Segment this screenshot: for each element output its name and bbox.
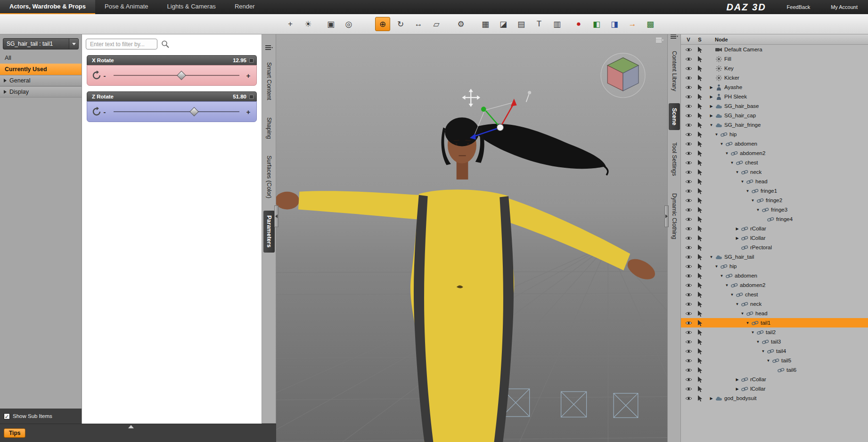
slider-options-icon[interactable] (249, 95, 254, 99)
selection-pointer-icon[interactable] (695, 263, 704, 270)
expander-icon[interactable]: ▼ (750, 330, 756, 335)
expander-icon[interactable]: ▼ (734, 302, 740, 306)
viewport-3d[interactable] (276, 34, 667, 442)
expander-icon[interactable]: ▶ (708, 104, 714, 108)
selection-pointer-icon[interactable] (695, 75, 704, 81)
selection-pointer-icon[interactable] (695, 131, 704, 138)
increment-button[interactable]: + (245, 72, 252, 80)
tree-row[interactable]: ▼hip (681, 262, 868, 271)
tree-row[interactable]: fringe4 (681, 214, 868, 224)
pane-menu-icon[interactable] (265, 45, 273, 51)
visibility-eye-icon[interactable] (684, 264, 693, 269)
category-all[interactable]: All (0, 52, 82, 64)
expander-icon[interactable]: ▼ (745, 321, 751, 325)
selection-pointer-icon[interactable] (695, 254, 704, 260)
tab-smart-content[interactable]: Smart Content (263, 57, 275, 105)
feedback-link[interactable]: FeedBack (787, 4, 811, 10)
viewport-options-icon[interactable] (656, 37, 663, 43)
selection-pointer-icon[interactable] (695, 311, 704, 317)
selection-pointer-icon[interactable] (695, 47, 704, 53)
visibility-eye-icon[interactable] (684, 207, 693, 213)
tree-row[interactable]: ▼fringe2 (681, 196, 868, 205)
surface-selection-tool-icon[interactable]: ▦ (478, 17, 493, 31)
selection-pointer-icon[interactable] (695, 226, 704, 232)
show-sub-items-checkbox[interactable]: ✓ (4, 413, 10, 419)
expander-icon[interactable]: ▶ (734, 236, 740, 240)
tab-lights-cameras[interactable]: Lights & Cameras (158, 0, 225, 14)
tree-row[interactable]: ▼fringe3 (681, 205, 868, 214)
visibility-eye-icon[interactable] (684, 47, 693, 52)
visibility-eye-icon[interactable] (684, 236, 693, 241)
tree-row[interactable]: rPectoral (681, 243, 868, 252)
geometry-editor-icon[interactable]: ◪ (496, 17, 511, 31)
selection-pointer-icon[interactable] (695, 320, 704, 326)
expander-icon[interactable]: ▼ (713, 132, 720, 137)
visibility-eye-icon[interactable] (684, 141, 693, 147)
expander-icon[interactable]: ▶ (734, 227, 740, 231)
tree-row[interactable]: Default Camera (681, 45, 868, 54)
selection-pointer-icon[interactable] (695, 113, 704, 119)
material-preview-icon[interactable]: ◧ (589, 17, 604, 31)
tree-row[interactable]: ▼head (681, 177, 868, 186)
selection-pointer-icon[interactable] (695, 367, 704, 373)
visibility-eye-icon[interactable] (684, 273, 693, 278)
tree-row[interactable]: ▼neck (681, 167, 868, 177)
visibility-eye-icon[interactable] (684, 245, 693, 250)
category-general[interactable]: General (0, 75, 82, 86)
visibility-eye-icon[interactable] (684, 188, 693, 194)
tree-row[interactable]: ▼neck (681, 299, 868, 309)
expander-icon[interactable]: ▼ (724, 283, 730, 287)
expander-icon[interactable]: ▼ (729, 161, 735, 165)
visibility-eye-icon[interactable] (684, 113, 693, 118)
tips-button[interactable]: Tips (4, 428, 25, 438)
tree-row[interactable]: ▼head (681, 309, 868, 318)
selection-pointer-icon[interactable] (695, 84, 704, 90)
visibility-eye-icon[interactable] (684, 396, 693, 401)
increment-button[interactable]: + (245, 108, 252, 116)
tree-row[interactable]: ▼SG_hair_tail (681, 252, 868, 262)
selection-pointer-icon[interactable] (695, 216, 704, 222)
expander-icon[interactable]: ▼ (760, 349, 766, 353)
node-selector-dropdown[interactable]: SG_hair_tail : tail1 (3, 38, 79, 49)
visibility-eye-icon[interactable] (684, 179, 693, 184)
expander-icon[interactable]: ▼ (739, 180, 745, 184)
expander-icon[interactable]: ▼ (729, 293, 735, 297)
selection-pointer-icon[interactable] (695, 235, 704, 241)
left-splitter-handle[interactable] (274, 205, 278, 227)
expander-icon[interactable]: ▼ (745, 189, 751, 193)
expander-icon[interactable]: ▼ (755, 208, 761, 212)
tab-shaping[interactable]: Shaping (263, 113, 275, 144)
expander-icon[interactable]: ▼ (719, 274, 725, 278)
tree-row[interactable]: ▼tail3 (681, 337, 868, 346)
slider-track[interactable] (114, 75, 239, 76)
tab-pose-animate[interactable]: Pose & Animate (95, 0, 158, 14)
expander-icon[interactable]: ▼ (713, 264, 720, 269)
tree-row[interactable]: ▼tail1 (681, 318, 868, 327)
selection-pointer-icon[interactable] (695, 358, 704, 364)
selection-pointer-icon[interactable] (695, 377, 704, 383)
layer-preview-icon[interactable]: ◨ (607, 17, 622, 31)
scale-tool-icon[interactable]: ▱ (429, 17, 444, 31)
universal-manipulator-icon[interactable]: ⊕ (375, 17, 390, 31)
selection-pointer-icon[interactable] (695, 197, 704, 204)
tab-actors-wardrobe-props[interactable]: Actors, Wardrobe & Props (0, 0, 95, 14)
category-currently-used[interactable]: Currently Used (0, 64, 82, 75)
slider-track[interactable] (114, 111, 239, 112)
tree-row[interactable]: ▼abdomen (681, 271, 868, 280)
tree-row[interactable]: ▶rCollar (681, 224, 868, 233)
search-icon[interactable] (161, 40, 169, 48)
selection-pointer-icon[interactable] (695, 141, 704, 147)
tree-row[interactable]: ▼hip (681, 130, 868, 139)
visibility-eye-icon[interactable] (684, 311, 693, 316)
visibility-eye-icon[interactable] (684, 123, 693, 128)
tab-tool-settings[interactable]: Tool Settings (669, 138, 680, 181)
visibility-eye-icon[interactable] (684, 132, 693, 137)
tab-content-library[interactable]: Content Library (669, 46, 680, 96)
decrement-button[interactable]: - (101, 108, 108, 116)
translate-tool-icon[interactable]: ↔ (411, 17, 426, 31)
visibility-eye-icon[interactable] (684, 217, 693, 222)
selection-pointer-icon[interactable] (695, 386, 704, 392)
tree-row[interactable]: ▶Ayashe (681, 82, 868, 92)
visibility-eye-icon[interactable] (684, 151, 693, 156)
tree-row[interactable]: ▶SG_hair_base (681, 101, 868, 111)
